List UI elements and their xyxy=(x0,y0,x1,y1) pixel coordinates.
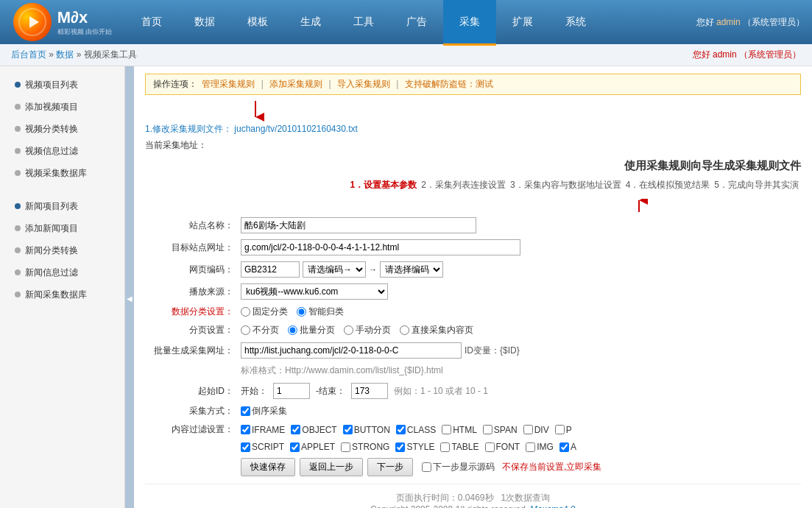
sidebar-item-add-news[interactable]: 添加新闻项目 xyxy=(0,217,124,239)
paging-no-radio[interactable]: 不分页 xyxy=(241,324,279,336)
sidebar-item-news-filter[interactable]: 新闻信息过滤 xyxy=(0,261,124,283)
op-add-rules[interactable]: 添加采集规则 xyxy=(269,79,322,89)
source-select[interactable]: ku6视频--www.ku6.com xyxy=(241,283,388,300)
collect-reverse-checkbox[interactable]: 倒序采集 xyxy=(241,405,287,417)
footer: 页面执行时间：0.0469秒 1次数据查询 Copyright 2005-200… xyxy=(145,484,801,508)
op-antihotlink[interactable]: 支持破解防盗链：测试 xyxy=(405,79,493,89)
filter-table[interactable]: TABLE xyxy=(440,442,479,452)
wizard-step-2[interactable]: 2．采集列表连接设置 xyxy=(421,179,506,191)
sidebar-toggle[interactable]: ◀ xyxy=(125,66,134,508)
filter-label: 内容过滤设置： xyxy=(145,423,241,436)
paging-direct-radio[interactable]: 直接采集内容页 xyxy=(400,324,473,336)
sidebar-item-news-db[interactable]: 新闻采集数据库 xyxy=(0,283,124,306)
nav-extend[interactable]: 扩展 xyxy=(496,0,549,46)
sidebar-dot xyxy=(15,247,21,253)
logo-text: M∂x xyxy=(57,8,113,27)
sidebar-section-news: 新闻项目列表 添加新闻项目 新闻分类转换 新闻信息过滤 新闻采集数据库 xyxy=(0,195,124,306)
next-button[interactable]: 下一步 xyxy=(367,458,413,476)
sidebar-dot xyxy=(15,170,21,176)
wizard-step-3[interactable]: 3．采集内容与数据地址设置 xyxy=(510,179,621,191)
top-nav: 首页 数据 模板 生成 工具 广告 采集 扩展 系统 xyxy=(125,0,696,46)
nav-collect[interactable]: 采集 xyxy=(443,0,496,46)
logo-sub: 精彩视频 由你开始 xyxy=(57,27,113,37)
sidebar-dot xyxy=(15,82,21,88)
filter-strong[interactable]: STRONG xyxy=(341,442,389,452)
target-url-input[interactable] xyxy=(241,239,520,255)
encoding-input[interactable] xyxy=(241,261,300,278)
sidebar-item-add-video[interactable]: 添加视频项目 xyxy=(0,96,124,118)
filter-applet[interactable]: APPLET xyxy=(290,442,335,452)
source-row: 播放来源： ku6视频--www.ku6.com xyxy=(145,283,801,300)
sidebar-item-video-classify[interactable]: 视频分类转换 xyxy=(0,118,124,140)
classify-row: 数据分类设置： 固定分类 智能归类 xyxy=(145,306,801,318)
filter-script[interactable]: SCRIPT xyxy=(241,442,284,452)
filter-div[interactable]: DIV xyxy=(523,425,549,435)
show-source-checkbox[interactable]: 下一步显示源码 xyxy=(422,461,495,473)
id-end-input[interactable] xyxy=(351,383,388,399)
op-bar: 操作连项： 管理采集规则 | 添加采集规则 | 导入采集规则 | 支持破解防盗链… xyxy=(145,74,801,95)
op-import-rules[interactable]: 导入采集规则 xyxy=(337,79,390,89)
id-label: 起始ID： xyxy=(145,385,241,398)
cms-link[interactable]: Maxcms4.0 xyxy=(531,504,576,508)
nav-ads[interactable]: 广告 xyxy=(390,0,443,46)
sidebar-item-video-list[interactable]: 视频项目列表 xyxy=(0,74,124,96)
filter-object[interactable]: OBJECT xyxy=(291,425,336,435)
arrow-down-1 xyxy=(233,101,278,123)
filter-html[interactable]: HTML xyxy=(442,425,477,435)
logo: M∂x 精彩视频 由你开始 xyxy=(0,3,125,41)
op-prefix: 操作连项： xyxy=(153,79,197,89)
breadcrumb: 后台首页 » 数据 » 视频采集工具 xyxy=(11,49,137,61)
collect-method-row: 采集方式： 倒序采集 xyxy=(145,405,801,417)
wizard-steps: 1．设置基本参数 2．采集列表连接设置 3．采集内容与数据地址设置 4．在线模拟… xyxy=(348,179,801,191)
wizard-step-4[interactable]: 4．在线模拟预览结果 xyxy=(626,179,710,191)
sidebar-item-news-classify[interactable]: 新闻分类转换 xyxy=(0,239,124,261)
nav-template[interactable]: 模板 xyxy=(231,0,284,46)
batch-url-input[interactable] xyxy=(241,342,462,359)
sidebar-dot xyxy=(15,225,21,231)
encoding-select-2[interactable]: 请选择编码 xyxy=(380,261,443,278)
sidebar-item-video-db[interactable]: 视频采集数据库 xyxy=(0,162,124,184)
filter-class[interactable]: CLASS xyxy=(396,425,436,435)
nav-system[interactable]: 系统 xyxy=(549,0,602,46)
filter-p[interactable]: P xyxy=(555,425,572,435)
nav-tools[interactable]: 工具 xyxy=(337,0,390,46)
site-name-input[interactable] xyxy=(241,217,476,233)
source-label: 播放来源： xyxy=(145,286,241,298)
classify-smart-radio[interactable]: 智能归类 xyxy=(297,306,344,318)
wizard-step-1[interactable]: 1．设置基本参数 xyxy=(350,179,417,191)
filter-style[interactable]: STYLE xyxy=(395,442,434,452)
back-button[interactable]: 返回上一步 xyxy=(300,458,363,476)
op-manage-rules[interactable]: 管理采集规则 xyxy=(202,79,255,89)
filter-font[interactable]: FONT xyxy=(485,442,520,452)
sidebar-item-video-filter[interactable]: 视频信息过滤 xyxy=(0,140,124,162)
wizard-step-5[interactable]: 5．完成向导并其实演 xyxy=(714,179,799,191)
nav-home[interactable]: 首页 xyxy=(125,0,178,46)
filter-a[interactable]: A xyxy=(559,442,576,452)
paging-batch-radio[interactable]: 批量分页 xyxy=(288,324,335,336)
quick-save-button[interactable]: 快速保存 xyxy=(241,458,295,476)
id-start-input[interactable] xyxy=(273,383,310,399)
filter-iframe[interactable]: IFRAME xyxy=(241,425,285,435)
classify-fixed-radio[interactable]: 固定分类 xyxy=(241,306,288,318)
main-content: 操作连项： 管理采集规则 | 添加采集规则 | 导入采集规则 | 支持破解防盗链… xyxy=(134,66,812,508)
sidebar-dot xyxy=(15,292,21,297)
filter-img[interactable]: IMG xyxy=(526,442,554,452)
id-format-row: 标准格式：Http://www.damin.com/list/list_{$ID… xyxy=(145,364,801,377)
paging-manual-radio[interactable]: 手动分页 xyxy=(344,324,391,336)
encoding-select-1[interactable]: 请选编码→ xyxy=(303,261,366,278)
file-path-link[interactable]: juchang/tv/20101102160430.txt xyxy=(234,124,357,134)
nav-generate[interactable]: 生成 xyxy=(284,0,337,46)
id-format-label: 标准格式：Http://www.damin.com/list/list_{$ID… xyxy=(241,364,443,377)
filter-button[interactable]: BUTTON xyxy=(343,425,390,435)
file-path: 1.修改采集规则文件： juchang/tv/20101102160430.tx… xyxy=(145,123,801,135)
filter-span[interactable]: SPAN xyxy=(483,425,518,435)
id-row: 起始ID： 开始： -结束： 例如：1 - 10 或者 10 - 1 xyxy=(145,383,801,399)
sidebar-dot xyxy=(15,269,21,275)
buttons-row: 快速保存 返回上一步 下一步 下一步显示源码 不保存当前设置,立即采集 xyxy=(145,458,801,476)
id-variable-label: ID变量：{$ID} xyxy=(465,345,520,357)
no-save-collect-link[interactable]: 不保存当前设置,立即采集 xyxy=(502,461,601,473)
target-url-row: 目标站点网址： xyxy=(145,239,801,255)
sidebar-item-news-list[interactable]: 新闻项目列表 xyxy=(0,195,124,217)
nav-data[interactable]: 数据 xyxy=(178,0,231,46)
logo-icon xyxy=(13,3,52,41)
